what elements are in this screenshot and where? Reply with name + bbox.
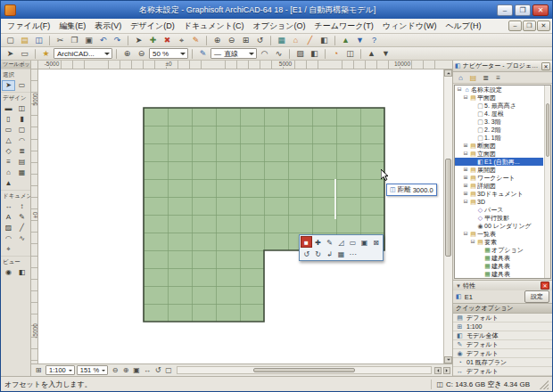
pick-up-parameters-icon[interactable]: ⌖ [175,35,188,46]
view-settings-icon[interactable]: ≡ [492,73,504,83]
tree-item[interactable]: ⊞ ▤ 3Dドキュメント [455,190,543,198]
add-element-icon[interactable]: ✚ [146,35,160,46]
pencil-edit-icon[interactable]: ✎ [324,236,335,248]
wall-tool[interactable]: ▬ [2,103,15,114]
curtain-wall-tool[interactable]: ▤ [15,157,29,167]
scale-selector[interactable]: 1:100 [45,365,75,375]
expander-icon[interactable]: ⊟ [456,86,463,94]
find-select-icon[interactable]: ➤ [132,35,145,46]
arc-tool[interactable]: ◠ [2,233,15,244]
expander-icon[interactable]: ⊞ [462,142,469,150]
quick-option-row[interactable]: ↔ デフォルト [453,367,552,376]
scroll-down-arrow[interactable] [444,356,452,363]
quick-option-row[interactable]: ⊞ 1:100 [453,323,552,331]
object-tool[interactable]: ⌂ [2,167,15,178]
section-marker-tool[interactable]: ◧ [15,267,29,278]
tree-item[interactable]: ⊞ ▤ 詳細図 [455,182,543,190]
new-document-icon[interactable]: ▢ [4,35,17,46]
quick-option-row[interactable]: ✎ デフォルト [453,340,552,349]
tree-item[interactable]: ◧ E1 (自動再... [455,158,543,166]
save-icon[interactable]: ◫ [32,35,45,46]
arrow-tool[interactable]: ➤ [2,80,15,91]
expander-icon[interactable]: ⊟ [462,198,469,206]
guide-lines-icon[interactable]: ╱ [303,35,317,46]
cut-icon[interactable]: ✂ [54,35,67,46]
expander-icon[interactable]: ⊟ [462,230,469,238]
resize-grip[interactable] [538,379,549,389]
separator[interactable] [360,49,361,59]
line-tool[interactable]: ╱ [15,223,29,233]
copy-icon[interactable]: ❐ [68,35,81,46]
menu-item[interactable]: オプション(O) [248,19,310,34]
zoom-in-icon[interactable]: ⊕ [120,365,131,375]
previous-zoom-icon[interactable]: ↺ [153,365,163,375]
navigator-close-icon[interactable]: ✕ [541,62,550,70]
expander-icon[interactable]: ⊞ [462,166,469,174]
tree-item[interactable]: ⊟ ▤ 一覧表 [455,230,543,238]
trace-reference-icon[interactable]: ◔ [329,48,343,60]
dimension-tool[interactable]: ↔ [2,201,15,212]
tree-item[interactable]: ⊞ ▤ 断面図 [455,142,543,150]
tree-item[interactable]: ⊟ ⌂ 名称未設定 [455,86,543,94]
tree-item[interactable]: ▢ 1. 1階 [455,134,543,142]
tree-item[interactable]: ◉ 00 レンダリング [455,222,543,230]
menu-item[interactable]: 表示(V) [90,19,126,34]
tray-button[interactable]: ⊞ [33,365,44,375]
tree-item[interactable]: ▢ 5. 最高高さ [455,102,543,110]
tree-item[interactable]: ⊟ ▤ 要素 [455,238,543,246]
library-combo[interactable]: ArchiCAD... [54,48,112,59]
scroll-left-arrow[interactable] [434,367,442,374]
orbit-icon[interactable]: ↺ [253,35,267,46]
fit-in-window-icon[interactable]: ⊞ [239,35,252,46]
menu-item[interactable]: チームワーク(T) [310,19,378,34]
expander-icon[interactable]: ⊟ [462,94,469,102]
archicad-app-icon[interactable] [4,4,16,16]
menu-item[interactable]: 編集(E) [54,19,90,34]
tree-item[interactable]: ⊟ ▤ 立面図 [455,150,543,158]
zone-tool[interactable]: ▦ [15,167,29,178]
menu-item[interactable]: ドキュメント(C) [179,19,249,34]
tree-item[interactable]: ◇ 平行投影 [455,214,543,222]
fill-icon[interactable]: ▨ [293,48,307,60]
tree-item[interactable]: ⊞ ▤ 展開図 [455,166,543,174]
tree-view-icon[interactable]: ≣ [480,73,491,83]
separator[interactable] [206,36,207,45]
camera-tool[interactable]: ◉ [2,267,15,278]
menu-item[interactable]: ウィンドウ(W) [378,19,442,34]
horizontal-scroll-thumb[interactable] [253,368,355,372]
tree-scroll-thumb[interactable] [546,103,549,157]
roof-tool[interactable]: △ [2,135,15,146]
railing-tool[interactable]: ≡ [2,157,15,167]
quick-options-header[interactable]: クイックオプション [453,303,552,314]
column-tool[interactable]: ▮ [15,114,29,125]
minimize-button[interactable]: – [497,4,513,16]
tree-scrollbar[interactable] [544,86,550,278]
redo-icon[interactable]: ↷ [111,35,124,46]
fit-view-icon[interactable]: ▣ [131,365,142,375]
fill-tool[interactable]: ▨ [2,223,15,233]
zoom-combo[interactable]: 50 % [149,48,188,59]
expander-icon[interactable]: ⊟ [469,238,476,246]
geometry-combo[interactable]: — 直線 [210,48,257,59]
label-tool[interactable]: ✎ [15,212,29,223]
stair-tool[interactable]: ≣ [15,146,29,157]
separator[interactable] [116,49,117,59]
tree-item[interactable]: ⊞ ▤ ワークシート [455,174,543,182]
zoom-in-icon[interactable]: ⊕ [120,48,134,60]
tree-item[interactable]: ▦ オプション [455,246,543,254]
menu-item[interactable]: ヘルプ(H) [441,19,485,34]
tree-item[interactable]: ⊟ ▤ 3D [455,198,543,206]
marquee-tool[interactable]: ▭ [15,80,29,91]
mirror-icon[interactable]: ↲ [324,248,335,259]
separator[interactable] [192,49,193,59]
floor-plan-drawing[interactable] [38,69,443,363]
tree-item[interactable]: ▦ 建具表 [455,262,543,270]
mdi-close-button[interactable]: ✕ [537,20,550,31]
favorites-icon[interactable]: ★ [39,48,53,60]
teamwork-send-icon[interactable]: ▲ [339,35,352,46]
rotate-cw-icon[interactable]: ↻ [312,248,324,259]
mdi-minimize-button[interactable]: – [508,20,522,31]
settings-button[interactable]: 設定 [524,290,549,303]
layers-dialog-icon[interactable]: ◧ [318,35,331,46]
layers-icon[interactable]: ◧ [308,48,321,60]
